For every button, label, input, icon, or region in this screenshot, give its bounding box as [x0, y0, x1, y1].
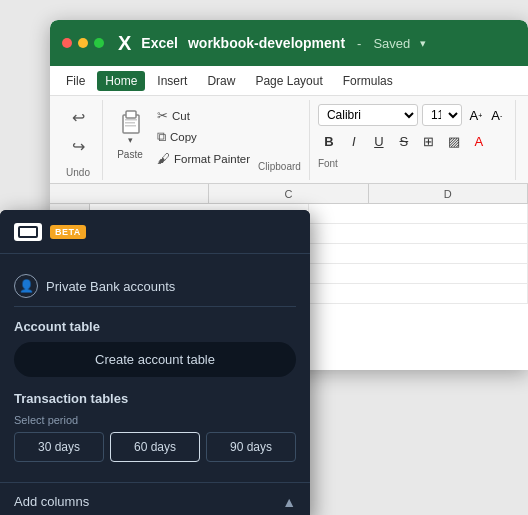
cell-d5[interactable]: [309, 284, 528, 303]
title-chevron-icon: ▾: [420, 37, 426, 50]
account-table-section: Account table Create account table: [14, 319, 296, 391]
panel-body: 👤 Private Bank accounts Account table Cr…: [0, 254, 310, 474]
panel-header: BETA: [0, 210, 310, 254]
period-60-button[interactable]: 60 days: [110, 432, 200, 462]
undo-group: ↩ ↪ Undo: [58, 100, 103, 180]
create-account-table-button[interactable]: Create account table: [14, 342, 296, 377]
row-number-header: [50, 184, 209, 203]
col-header-c: C: [209, 184, 368, 203]
column-headers: C D: [50, 184, 528, 204]
transaction-tables-title: Transaction tables: [14, 391, 296, 406]
cell-d4[interactable]: [309, 264, 528, 283]
font-size-selector[interactable]: 11: [422, 104, 462, 126]
svg-rect-4: [125, 125, 136, 127]
paste-button[interactable]: ▾: [111, 104, 149, 148]
format-painter-label: Format Painter: [174, 153, 250, 165]
copy-icon: ⧉: [157, 129, 166, 145]
account-row: 👤 Private Bank accounts: [14, 266, 296, 307]
separator: -: [357, 36, 361, 51]
logo-inner: [18, 226, 38, 238]
font-color-button[interactable]: A: [468, 130, 490, 152]
font-label: Font: [318, 158, 507, 169]
undo-button[interactable]: ↩: [64, 104, 92, 130]
clipboard-actions: ✂ Cut ⧉ Copy 🖌 Format Painter: [153, 104, 254, 168]
cell-d1[interactable]: [309, 204, 528, 223]
strikethrough-button[interactable]: S: [393, 130, 415, 152]
cut-button[interactable]: ✂ Cut: [153, 106, 254, 125]
panel-logo: [14, 223, 42, 241]
svg-rect-2: [125, 119, 137, 121]
close-dot[interactable]: [62, 38, 72, 48]
add-columns-label: Add columns: [14, 494, 89, 509]
window-controls: [62, 38, 104, 48]
fill-color-button[interactable]: ▨: [443, 130, 465, 152]
col-header-d: D: [369, 184, 528, 203]
app-name: Excel: [141, 35, 178, 51]
beta-badge: BETA: [50, 225, 86, 239]
format-painter-button[interactable]: 🖌 Format Painter: [153, 149, 254, 168]
menu-formulas[interactable]: Formulas: [335, 71, 401, 91]
period-30-button[interactable]: 30 days: [14, 432, 104, 462]
font-family-selector[interactable]: Calibri: [318, 104, 418, 126]
add-columns-row[interactable]: Add columns ▲: [0, 482, 310, 515]
menu-bar: File Home Insert Draw Page Layout Formul…: [50, 66, 528, 96]
saved-status: Saved: [373, 36, 410, 51]
decrease-font-size-button[interactable]: A-: [487, 104, 507, 126]
account-icon: 👤: [14, 274, 38, 298]
svg-rect-1: [126, 111, 136, 118]
workbook-name: workbook-development: [188, 35, 345, 51]
cut-label: Cut: [172, 110, 190, 122]
bold-button[interactable]: B: [318, 130, 340, 152]
chevron-up-icon: ▲: [282, 494, 296, 510]
clipboard-label: Clipboard: [258, 161, 301, 172]
period-label: Select period: [14, 414, 296, 426]
menu-insert[interactable]: Insert: [149, 71, 195, 91]
menu-page-layout[interactable]: Page Layout: [247, 71, 330, 91]
excel-logo: X: [118, 32, 131, 55]
underline-button[interactable]: U: [368, 130, 390, 152]
maximize-dot[interactable]: [94, 38, 104, 48]
scissors-icon: ✂: [157, 108, 168, 123]
title-bar: X Excel workbook-development - Saved ▾: [50, 20, 528, 66]
format-painter-icon: 🖌: [157, 151, 170, 166]
period-90-button[interactable]: 90 days: [206, 432, 296, 462]
paste-dropdown-arrow: ▾: [128, 135, 133, 145]
ribbon: ↩ ↪ Undo ▾ Paste: [50, 96, 528, 184]
side-panel: BETA 👤 Private Bank accounts Account tab…: [0, 210, 310, 515]
person-icon: 👤: [19, 279, 34, 293]
account-label: Private Bank accounts: [46, 279, 175, 294]
menu-draw[interactable]: Draw: [199, 71, 243, 91]
menu-home[interactable]: Home: [97, 71, 145, 91]
transaction-tables-section: Transaction tables Select period 30 days…: [14, 391, 296, 462]
account-table-title: Account table: [14, 319, 296, 334]
svg-rect-3: [125, 122, 135, 124]
period-buttons: 30 days 60 days 90 days: [14, 432, 296, 462]
copy-label: Copy: [170, 131, 197, 143]
minimize-dot[interactable]: [78, 38, 88, 48]
cell-d2[interactable]: [309, 224, 528, 243]
italic-button[interactable]: I: [343, 130, 365, 152]
increase-font-size-button[interactable]: A+: [466, 104, 486, 126]
paste-label: Paste: [117, 149, 143, 160]
font-group: Calibri 11 A+ A- B I U S ⊞ ▨ A Font: [310, 100, 516, 180]
redo-button[interactable]: ↪: [64, 133, 92, 159]
clipboard-group: ▾ Paste ✂ Cut ⧉ Copy 🖌 Format Painter: [103, 100, 310, 180]
menu-file[interactable]: File: [58, 71, 93, 91]
cell-d3[interactable]: [309, 244, 528, 263]
copy-button[interactable]: ⧉ Copy: [153, 127, 254, 147]
borders-button[interactable]: ⊞: [418, 130, 440, 152]
undo-label: Undo: [66, 167, 90, 178]
